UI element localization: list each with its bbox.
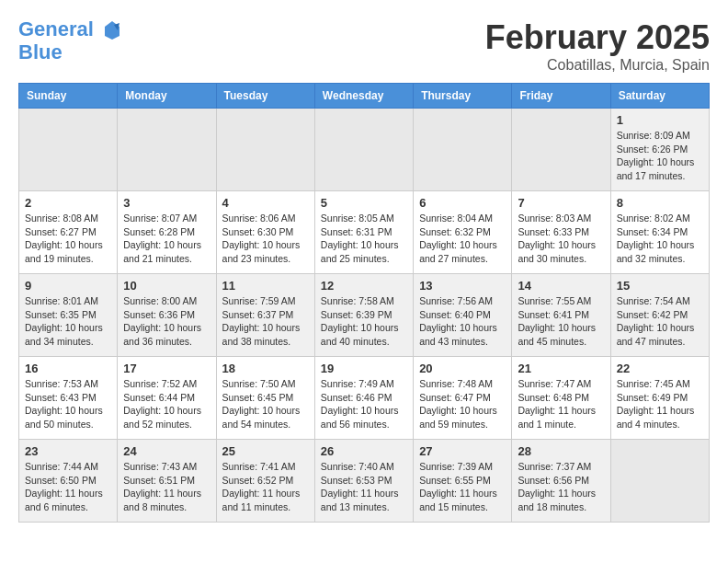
day-number: 18 bbox=[222, 362, 309, 375]
day-info: Sunrise: 7:50 AMSunset: 6:45 PMDaylight:… bbox=[222, 377, 309, 431]
calendar-week-row: 9Sunrise: 8:01 AMSunset: 6:35 PMDaylight… bbox=[19, 274, 710, 357]
weekday-header: Thursday bbox=[414, 84, 512, 109]
day-info: Sunrise: 7:40 AMSunset: 6:53 PMDaylight:… bbox=[321, 460, 407, 514]
day-number: 21 bbox=[518, 362, 604, 375]
day-number: 16 bbox=[25, 362, 111, 375]
calendar-day-cell: 16Sunrise: 7:53 AMSunset: 6:43 PMDayligh… bbox=[19, 357, 118, 440]
day-info: Sunrise: 7:56 AMSunset: 6:40 PMDaylight:… bbox=[419, 294, 506, 349]
calendar-day-cell: 11Sunrise: 7:59 AMSunset: 6:37 PMDayligh… bbox=[216, 274, 314, 357]
calendar-week-row: 16Sunrise: 7:53 AMSunset: 6:43 PMDayligh… bbox=[19, 357, 710, 440]
day-info: Sunrise: 7:58 AMSunset: 6:39 PMDaylight:… bbox=[321, 294, 407, 349]
day-info: Sunrise: 8:07 AMSunset: 6:28 PMDaylight:… bbox=[123, 212, 210, 266]
logo-icon bbox=[101, 19, 123, 41]
day-info: Sunrise: 7:45 AMSunset: 6:49 PMDaylight:… bbox=[617, 377, 703, 431]
calendar-week-row: 23Sunrise: 7:44 AMSunset: 6:50 PMDayligh… bbox=[19, 440, 710, 523]
calendar-day-cell: 20Sunrise: 7:48 AMSunset: 6:47 PMDayligh… bbox=[414, 357, 512, 440]
calendar-day-cell bbox=[19, 109, 118, 191]
weekday-header: Tuesday bbox=[216, 84, 314, 109]
calendar-day-cell: 12Sunrise: 7:58 AMSunset: 6:39 PMDayligh… bbox=[314, 274, 413, 357]
weekday-header: Saturday bbox=[610, 84, 709, 109]
day-number: 26 bbox=[321, 444, 407, 458]
day-info: Sunrise: 8:03 AMSunset: 6:33 PMDaylight:… bbox=[518, 212, 604, 266]
day-number: 17 bbox=[123, 362, 210, 375]
day-info: Sunrise: 8:00 AMSunset: 6:36 PMDaylight:… bbox=[123, 294, 210, 349]
day-info: Sunrise: 7:37 AMSunset: 6:56 PMDaylight:… bbox=[518, 460, 604, 514]
day-number: 12 bbox=[321, 279, 407, 293]
weekday-header: Sunday bbox=[19, 84, 118, 109]
day-number: 13 bbox=[419, 279, 506, 293]
calendar-day-cell bbox=[512, 109, 610, 191]
month-title: February 2025 bbox=[485, 18, 710, 57]
calendar-day-cell: 13Sunrise: 7:56 AMSunset: 6:40 PMDayligh… bbox=[414, 274, 512, 357]
logo-text: General bbox=[18, 18, 123, 41]
day-info: Sunrise: 7:43 AMSunset: 6:51 PMDaylight:… bbox=[123, 460, 210, 514]
day-info: Sunrise: 7:54 AMSunset: 6:42 PMDaylight:… bbox=[617, 294, 703, 349]
day-number: 10 bbox=[123, 279, 210, 293]
calendar-week-row: 1Sunrise: 8:09 AMSunset: 6:26 PMDaylight… bbox=[19, 109, 710, 191]
day-number: 24 bbox=[123, 444, 210, 458]
calendar-day-cell: 24Sunrise: 7:43 AMSunset: 6:51 PMDayligh… bbox=[118, 440, 216, 523]
page-header: General Blue February 2025 Cobatillas, M… bbox=[18, 18, 710, 74]
calendar-header-row: SundayMondayTuesdayWednesdayThursdayFrid… bbox=[19, 84, 710, 109]
calendar-day-cell: 21Sunrise: 7:47 AMSunset: 6:48 PMDayligh… bbox=[512, 357, 610, 440]
calendar-day-cell: 27Sunrise: 7:39 AMSunset: 6:55 PMDayligh… bbox=[414, 440, 512, 523]
day-info: Sunrise: 7:55 AMSunset: 6:41 PMDaylight:… bbox=[518, 294, 604, 349]
calendar-day-cell bbox=[314, 109, 413, 191]
day-number: 3 bbox=[123, 196, 210, 210]
day-number: 8 bbox=[617, 196, 703, 210]
calendar-day-cell bbox=[414, 109, 512, 191]
title-block: February 2025 Cobatillas, Murcia, Spain bbox=[485, 18, 710, 74]
day-number: 15 bbox=[617, 279, 703, 293]
day-number: 28 bbox=[518, 444, 604, 458]
calendar-day-cell bbox=[216, 109, 314, 191]
calendar-day-cell: 7Sunrise: 8:03 AMSunset: 6:33 PMDaylight… bbox=[512, 191, 610, 274]
day-info: Sunrise: 7:41 AMSunset: 6:52 PMDaylight:… bbox=[222, 460, 309, 514]
calendar-day-cell: 8Sunrise: 8:02 AMSunset: 6:34 PMDaylight… bbox=[610, 191, 709, 274]
calendar-day-cell: 14Sunrise: 7:55 AMSunset: 6:41 PMDayligh… bbox=[512, 274, 610, 357]
day-number: 7 bbox=[518, 196, 604, 210]
day-info: Sunrise: 8:05 AMSunset: 6:31 PMDaylight:… bbox=[321, 212, 407, 266]
calendar-day-cell: 2Sunrise: 8:08 AMSunset: 6:27 PMDaylight… bbox=[19, 191, 118, 274]
calendar-day-cell bbox=[610, 440, 709, 523]
calendar-day-cell: 9Sunrise: 8:01 AMSunset: 6:35 PMDaylight… bbox=[19, 274, 118, 357]
weekday-header: Friday bbox=[512, 84, 610, 109]
calendar-day-cell: 3Sunrise: 8:07 AMSunset: 6:28 PMDaylight… bbox=[118, 191, 216, 274]
day-number: 25 bbox=[222, 444, 309, 458]
day-number: 1 bbox=[617, 113, 703, 127]
day-info: Sunrise: 7:48 AMSunset: 6:47 PMDaylight:… bbox=[419, 377, 506, 431]
calendar-day-cell: 19Sunrise: 7:49 AMSunset: 6:46 PMDayligh… bbox=[314, 357, 413, 440]
calendar-day-cell: 1Sunrise: 8:09 AMSunset: 6:26 PMDaylight… bbox=[610, 109, 709, 191]
day-info: Sunrise: 8:08 AMSunset: 6:27 PMDaylight:… bbox=[25, 212, 111, 266]
day-number: 14 bbox=[518, 279, 604, 293]
calendar-day-cell: 5Sunrise: 8:05 AMSunset: 6:31 PMDaylight… bbox=[314, 191, 413, 274]
calendar-day-cell: 18Sunrise: 7:50 AMSunset: 6:45 PMDayligh… bbox=[216, 357, 314, 440]
day-number: 9 bbox=[25, 279, 111, 293]
logo: General Blue bbox=[18, 18, 123, 63]
day-info: Sunrise: 8:04 AMSunset: 6:32 PMDaylight:… bbox=[419, 212, 506, 266]
calendar-day-cell: 28Sunrise: 7:37 AMSunset: 6:56 PMDayligh… bbox=[512, 440, 610, 523]
day-number: 22 bbox=[617, 362, 703, 375]
day-info: Sunrise: 8:02 AMSunset: 6:34 PMDaylight:… bbox=[617, 212, 703, 266]
day-info: Sunrise: 7:47 AMSunset: 6:48 PMDaylight:… bbox=[518, 377, 604, 431]
day-info: Sunrise: 7:44 AMSunset: 6:50 PMDaylight:… bbox=[25, 460, 111, 514]
calendar-day-cell: 22Sunrise: 7:45 AMSunset: 6:49 PMDayligh… bbox=[610, 357, 709, 440]
weekday-header: Wednesday bbox=[314, 84, 413, 109]
calendar-day-cell: 17Sunrise: 7:52 AMSunset: 6:44 PMDayligh… bbox=[118, 357, 216, 440]
calendar-day-cell: 6Sunrise: 8:04 AMSunset: 6:32 PMDaylight… bbox=[414, 191, 512, 274]
day-number: 5 bbox=[321, 196, 407, 210]
weekday-header: Monday bbox=[118, 84, 216, 109]
calendar-day-cell: 10Sunrise: 8:00 AMSunset: 6:36 PMDayligh… bbox=[118, 274, 216, 357]
calendar-day-cell: 25Sunrise: 7:41 AMSunset: 6:52 PMDayligh… bbox=[216, 440, 314, 523]
day-number: 20 bbox=[419, 362, 506, 375]
calendar-week-row: 2Sunrise: 8:08 AMSunset: 6:27 PMDaylight… bbox=[19, 191, 710, 274]
calendar: SundayMondayTuesdayWednesdayThursdayFrid… bbox=[18, 83, 710, 523]
day-number: 2 bbox=[25, 196, 111, 210]
day-info: Sunrise: 8:01 AMSunset: 6:35 PMDaylight:… bbox=[25, 294, 111, 349]
day-info: Sunrise: 7:59 AMSunset: 6:37 PMDaylight:… bbox=[222, 294, 309, 349]
day-info: Sunrise: 7:49 AMSunset: 6:46 PMDaylight:… bbox=[321, 377, 407, 431]
day-info: Sunrise: 8:09 AMSunset: 6:26 PMDaylight:… bbox=[617, 129, 703, 183]
day-number: 27 bbox=[419, 444, 506, 458]
day-number: 23 bbox=[25, 444, 111, 458]
day-info: Sunrise: 7:39 AMSunset: 6:55 PMDaylight:… bbox=[419, 460, 506, 514]
day-info: Sunrise: 8:06 AMSunset: 6:30 PMDaylight:… bbox=[222, 212, 309, 266]
